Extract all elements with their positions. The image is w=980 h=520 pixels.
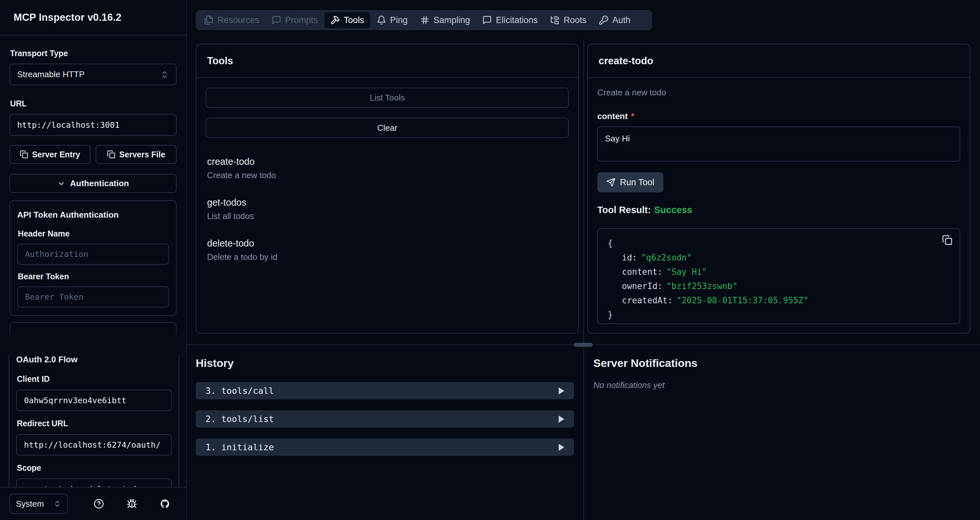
history-item-label: 2. tools/list — [205, 414, 274, 424]
clear-button[interactable]: Clear — [206, 118, 569, 138]
json-key: createdAt: — [622, 295, 673, 305]
content-textarea[interactable]: Say Hi — [597, 126, 960, 161]
copy-result-button[interactable] — [942, 235, 953, 245]
tools-panel-body: List Tools Clear create-todo Create a ne… — [196, 78, 578, 262]
expand-triangle-icon — [559, 387, 564, 394]
tab-label: Roots — [563, 15, 587, 25]
json-close-brace: } — [608, 308, 950, 322]
server-entry-label: Server Entry — [32, 150, 80, 159]
tab-sampling[interactable]: Sampling — [414, 12, 476, 28]
tool-list: create-todo Create a new todo get-todos … — [206, 155, 569, 262]
github-icon — [160, 499, 170, 509]
bearer-token-label: Bearer Token — [18, 272, 169, 281]
tab-ping[interactable]: Ping — [371, 12, 414, 28]
json-line-ownerid: ownerId:"bzif253zswnb" — [608, 279, 950, 293]
url-label: URL — [10, 99, 177, 108]
tool-detail-header: create-todo — [588, 45, 970, 78]
tool-detail-description: Create a new todo — [597, 88, 960, 97]
tab-label: Auth — [612, 15, 631, 25]
history-item-tools-call[interactable]: 3. tools/call — [196, 382, 574, 399]
required-asterisk: * — [631, 111, 634, 121]
server-buttons-row: Server Entry Servers File — [10, 145, 177, 164]
tool-item-get-todos[interactable]: get-todos List all todos — [207, 196, 569, 222]
tab-label: Resources — [218, 15, 259, 25]
tab-elicitations[interactable]: Elicitations — [476, 12, 544, 28]
copy-icon — [20, 150, 28, 159]
tab-label: Elicitations — [496, 15, 538, 25]
run-tool-button[interactable]: Run Tool — [597, 172, 663, 192]
server-entry-button[interactable]: Server Entry — [10, 145, 91, 164]
server-notifications-panel: Server Notifications No notifications ye… — [593, 357, 950, 390]
splitter-drag-handle[interactable] — [574, 343, 593, 347]
folder-tree-icon — [550, 15, 560, 25]
redirect-url-label: Redirect URL — [17, 419, 172, 428]
chevron-down-icon — [57, 179, 65, 188]
header-name-input[interactable] — [17, 244, 169, 265]
tab-auth[interactable]: Auth — [593, 12, 636, 28]
theme-select-value: System — [16, 499, 44, 509]
history-title: History — [196, 357, 574, 369]
url-input[interactable] — [10, 114, 177, 136]
transport-type-select[interactable]: Streamable HTTP — [10, 64, 177, 85]
client-id-input[interactable] — [16, 389, 172, 411]
json-key: ownerId: — [622, 281, 662, 291]
tab-bar: Resources Prompts Tools Ping Sampling El… — [196, 10, 652, 30]
tool-detail-panel: create-todo Create a new todo content * … — [587, 44, 970, 333]
theme-select[interactable]: System — [10, 494, 68, 514]
json-line-createdat: createdAt:"2025-08-01T15:37:05.955Z" — [608, 293, 950, 308]
tab-tools[interactable]: Tools — [325, 12, 370, 28]
redirect-url-input[interactable] — [16, 434, 172, 455]
hash-icon — [420, 15, 430, 25]
oauth-flow-card: OAuth 2.0 Flow Client ID Redirect URL Sc… — [9, 354, 179, 504]
main-area: Resources Prompts Tools Ping Sampling El… — [187, 0, 980, 520]
authentication-toggle-label: Authentication — [70, 179, 129, 188]
client-id-label: Client ID — [17, 374, 172, 384]
sidebar-header: MCP Inspector v0.16.2 — [0, 0, 186, 36]
tool-item-create-todo[interactable]: create-todo Create a new todo — [207, 155, 569, 181]
app-title: MCP Inspector v0.16.2 — [14, 12, 121, 23]
transport-type-value: Streamable HTTP — [17, 69, 84, 80]
help-circle-icon — [94, 499, 104, 509]
tab-prompts[interactable]: Prompts — [266, 12, 324, 28]
tool-result-status: Success — [654, 205, 692, 215]
tab-resources[interactable]: Resources — [198, 12, 265, 28]
tool-result-line: Tool Result:Success — [597, 205, 960, 215]
tab-roots[interactable]: Roots — [544, 12, 592, 28]
help-button[interactable] — [94, 499, 104, 509]
message-square-icon — [272, 15, 281, 25]
tools-panel-header: Tools — [196, 45, 578, 78]
json-key: id: — [622, 253, 637, 262]
json-open-brace: { — [608, 236, 950, 250]
history-item-initialize[interactable]: 1. initialize — [196, 439, 574, 456]
json-key: content: — [622, 267, 662, 277]
github-button[interactable] — [160, 499, 170, 509]
send-icon — [606, 178, 616, 187]
servers-file-button[interactable]: Servers File — [95, 145, 177, 164]
sidebar: MCP Inspector v0.16.2 Transport Type Str… — [0, 0, 187, 520]
json-value: "2025-08-01T15:37:05.955Z" — [677, 295, 808, 305]
authentication-toggle[interactable]: Authentication — [10, 174, 177, 193]
history-panel: History 3. tools/call 2. tools/list 1. i… — [196, 357, 574, 467]
tool-item-delete-todo[interactable]: delete-todo Delete a todo by id — [207, 237, 569, 262]
no-notifications-message: No notifications yet — [593, 380, 950, 390]
tool-name: create-todo — [207, 155, 569, 168]
run-tool-label: Run Tool — [620, 177, 654, 188]
json-value: "q6z2sodn" — [641, 253, 692, 262]
history-item-tools-list[interactable]: 2. tools/list — [196, 410, 574, 427]
message-square-icon — [482, 15, 492, 25]
key-icon — [599, 15, 609, 25]
bearer-token-input[interactable] — [17, 286, 169, 308]
api-token-title: API Token Authentication — [17, 210, 169, 220]
bug-icon — [127, 499, 137, 509]
tool-name: delete-todo — [207, 237, 569, 249]
tab-label: Prompts — [285, 15, 318, 25]
copy-icon — [107, 150, 115, 159]
clipped-card — [10, 322, 177, 341]
bug-report-button[interactable] — [127, 499, 137, 509]
files-icon — [204, 15, 213, 25]
tool-name: get-todos — [207, 196, 569, 209]
hammer-icon — [330, 15, 340, 25]
server-notifications-title: Server Notifications — [593, 357, 950, 369]
sidebar-footer: System — [0, 487, 187, 520]
list-tools-button[interactable]: List Tools — [206, 88, 569, 108]
